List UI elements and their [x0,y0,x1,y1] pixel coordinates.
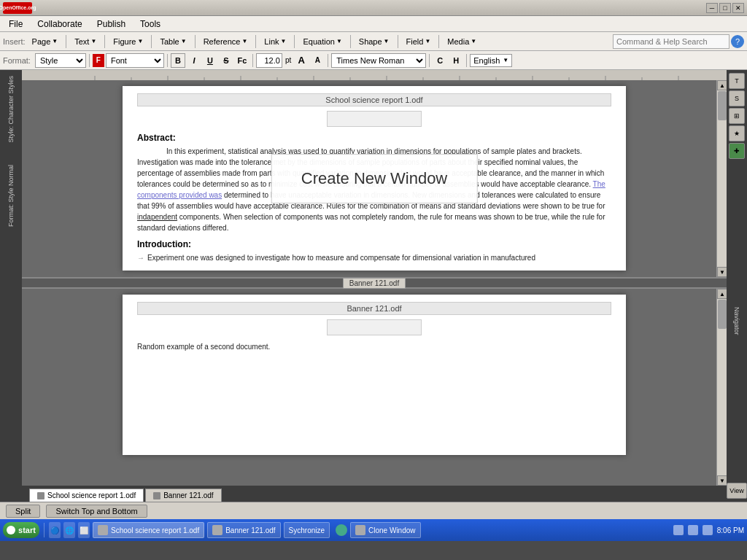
figure-button[interactable]: Figure▼ [108,35,148,48]
insert-label: Insert: [3,37,26,46]
menu-file[interactable]: File [3,18,28,31]
right-panel: T S ⊞ ★ ✚ Navigator View [727,70,747,502]
scroll-track[interactable] [717,90,727,267]
separator [89,54,90,67]
link-button[interactable]: Link▼ [259,35,291,48]
strikethrough-button[interactable]: S [219,53,233,68]
arrow-icon [336,524,347,536]
separator [195,35,196,48]
menu-publish[interactable]: Publish [91,18,131,31]
introduction-heading: Introduction: [137,239,611,249]
task2-icon [212,525,222,535]
format-toolbar: Format: Style F Font B I U S Fc pt A A T… [0,51,747,70]
taskbar-separator [44,523,44,537]
title-bar: OpenOffice.org ─ □ ✕ [0,0,747,16]
highlight-button[interactable]: H [449,53,463,68]
bottom-doc-scrollbar[interactable]: ▲ ▼ [716,289,727,486]
taskbar-task-3[interactable]: Sychronize [284,522,330,538]
doc-tab-1[interactable]: School science report 1.odf [29,489,144,502]
menu-tools[interactable]: Tools [134,18,166,31]
right-btn-2[interactable]: S [729,90,745,106]
font-size-up-button[interactable]: A [294,53,309,68]
intro-text: →Experiment one was designed to investig… [137,252,611,263]
taskbar-task-1[interactable]: School science report 1.odf [93,522,204,538]
font-size-down-button[interactable]: A [310,53,325,68]
task1-label: School science report 1.odf [111,526,199,534]
bottom-doc-random-text: Random example of a second document. [137,341,611,352]
page-button[interactable]: Page▼ [27,35,63,48]
language-selector[interactable]: English ▼ [470,54,512,67]
switch-top-bottom-button[interactable]: Switch Top and Bottom [46,505,147,518]
scroll-thumb[interactable] [718,91,727,120]
split-button[interactable]: Split [6,505,40,518]
equation-button[interactable]: Equation▼ [298,35,347,48]
font-size-input[interactable] [256,53,282,68]
start-button[interactable]: start [3,522,39,538]
navigator-label[interactable]: Navigator [733,307,740,335]
scroll-track-2[interactable] [717,299,727,475]
scroll-down-button[interactable]: ▼ [717,267,727,277]
help-search-input[interactable] [613,34,729,49]
task1-icon [98,525,108,535]
app-logo: OpenOffice.org [3,2,32,14]
close-button[interactable]: ✕ [732,3,744,13]
divider-label: Banner 121.odf [343,278,406,289]
taskbar-task-4[interactable]: Clone Window [350,522,420,538]
right-btn-4[interactable]: ★ [729,125,745,141]
format-label: Format: [3,56,31,65]
view-btn[interactable]: View [727,483,747,499]
doc-tab-2-icon [153,492,160,499]
help-button[interactable]: ? [731,35,744,48]
field-button[interactable]: Field▼ [401,35,436,48]
separator [104,35,105,48]
taskbar-task-2[interactable]: Banner 121.odf [207,522,280,538]
separator [294,35,295,48]
bottom-document-page: Banner 121.odf Random example of a secon… [123,295,626,455]
reference-button[interactable]: Reference▼ [198,35,253,48]
maximize-button[interactable]: □ [719,3,731,13]
font-name-select[interactable]: Times New Roman [331,53,426,68]
color-button[interactable]: C [433,53,447,68]
minimize-button[interactable]: ─ [706,3,718,13]
separator [167,54,168,67]
doc-tab-2[interactable]: Banner 121.odf [145,489,221,502]
start-icon [7,526,15,534]
sys-icon-1 [673,525,684,535]
bold-button[interactable]: B [171,53,185,68]
font-select[interactable]: Font [106,53,164,68]
format-chars-button[interactable]: Fc [235,53,249,68]
title-bar-controls: ─ □ ✕ [706,3,744,13]
task4-icon [355,525,365,535]
taskbar-icon-3[interactable]: ⬜ [78,522,90,538]
underline-button[interactable]: U [203,53,217,68]
separator [252,54,253,67]
scroll-up-button[interactable]: ▲ [717,80,727,90]
character-styles-label[interactable]: Style: Character Styles [6,73,16,146]
font-size-unit: pt [284,56,293,64]
navigator-btn[interactable]: ✚ [729,143,745,159]
italic-button[interactable]: I [187,53,201,68]
top-doc-header-box [327,111,422,127]
scroll-up-button-2[interactable]: ▲ [717,289,727,299]
separator [350,35,351,48]
doc-tab-1-icon [37,492,44,499]
menu-collaborate[interactable]: Collaborate [31,18,88,31]
taskbar-icon-1[interactable]: 🔵 [49,522,61,538]
table-button[interactable]: Table▼ [155,35,191,48]
style-select[interactable]: Style [35,53,86,68]
scroll-down-button-2[interactable]: ▼ [717,475,727,486]
text-button[interactable]: Text▼ [69,35,101,48]
top-doc-scrollbar[interactable]: ▲ ▼ [716,80,727,277]
task2-label: Banner 121.odf [225,526,275,534]
taskbar-icon-2[interactable]: 🌐 [63,522,75,538]
font-icon: F [93,54,104,67]
right-btn-1[interactable]: T [729,73,745,89]
format-style-label[interactable]: Format: Style Normal [6,162,16,230]
ruler-marks [22,70,727,80]
create-window-text: Create New Window [301,169,448,187]
scroll-thumb-2[interactable] [718,300,727,329]
shape-button[interactable]: Shape▼ [354,35,395,48]
right-btn-3[interactable]: ⊞ [729,108,745,124]
document-divider[interactable]: Banner 121.odf [22,277,727,289]
media-button[interactable]: Media▼ [442,35,481,48]
